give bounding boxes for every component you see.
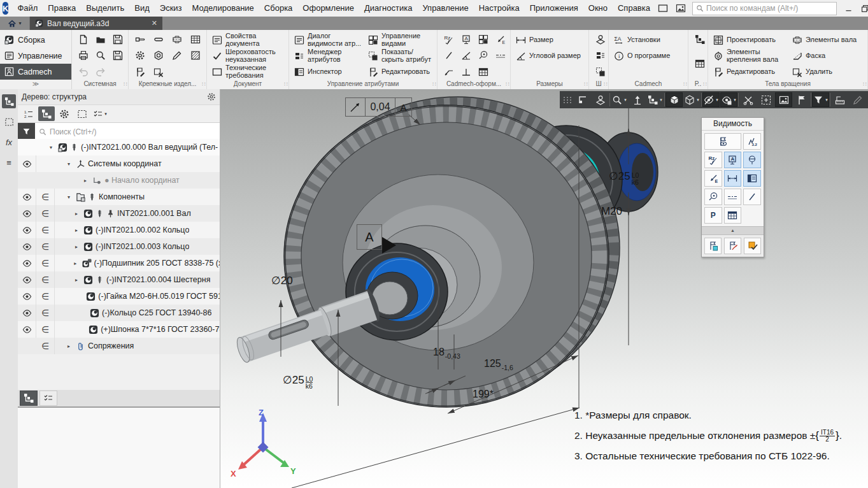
tree-item[interactable]: ∈ ▸ ● Начало координат — [18, 172, 220, 189]
ribbon-tab-cadmech[interactable]: Cadmech — [0, 64, 71, 80]
tree-item[interactable]: ∈ (-)Гайка М20-6Н.05.019 ГОСТ 5916-7 — [18, 288, 220, 305]
menu-item[interactable]: Выделить — [81, 0, 129, 17]
viewport-3d[interactable]: ▾ ▾ ▾ ▾ ▾ — [220, 89, 868, 488]
tree-item[interactable]: ∈ ▸ (-)INT2021.00.004 Шестерня — [18, 271, 220, 288]
fastener-delete-icon[interactable] — [151, 64, 166, 79]
base-line-icon[interactable] — [493, 48, 508, 63]
menu-item[interactable]: Правка — [43, 0, 81, 17]
tree-relations-icon[interactable] — [56, 106, 73, 121]
about-button[interactable]: О программе — [613, 48, 685, 64]
tree-display-filter-icon[interactable]: ▾ — [92, 106, 108, 121]
strip-params-icon[interactable] — [2, 115, 16, 129]
fastener-panel-icon[interactable] — [188, 32, 203, 47]
new-document-icon[interactable] — [76, 32, 91, 47]
edge-arrow-icon[interactable] — [493, 32, 508, 47]
open-document-icon[interactable] — [93, 32, 108, 47]
tree-item[interactable]: ∈ ▾ Компоненты — [18, 189, 220, 205]
visibility-eye-icon[interactable] — [18, 321, 36, 338]
print-icon[interactable] — [76, 48, 91, 63]
rz-visibility-icon[interactable] — [704, 152, 722, 168]
fastener-pin-icon[interactable] — [169, 32, 185, 47]
zoom-icon[interactable]: ▾ — [611, 92, 628, 107]
visibility-eye-icon[interactable] — [18, 222, 36, 238]
menu-item[interactable]: Моделирование — [187, 0, 259, 17]
measure-icon[interactable] — [831, 92, 848, 107]
strip-tree-icon[interactable] — [2, 94, 16, 108]
delete-body-button[interactable]: Удалить — [791, 64, 867, 80]
command-search-input[interactable]: Поиск по командам (Alt+/) — [692, 2, 837, 15]
shaft-mount-elements-button[interactable]: Элементы крепления вала — [712, 48, 788, 64]
roughness-flag-icon[interactable] — [704, 133, 741, 150]
ribbon-tab-assembly[interactable]: Сборка — [0, 32, 71, 48]
pencil-icon[interactable] — [849, 92, 866, 107]
print-preview-icon[interactable] — [93, 48, 108, 63]
visibility-eye-icon[interactable] — [18, 288, 36, 305]
perpendicular-icon[interactable] — [459, 64, 474, 79]
undo-icon[interactable] — [76, 64, 91, 79]
visibility-eye-icon[interactable] — [18, 305, 36, 321]
tree-item[interactable]: ∈ ▸ INT2021.00.001 Вал — [18, 205, 220, 222]
appearance-icon[interactable] — [793, 92, 810, 107]
p-structure-icon[interactable] — [692, 32, 708, 47]
visibility-eye-icon[interactable] — [18, 155, 36, 172]
display-solid-icon[interactable] — [665, 92, 683, 107]
attr-manager-button[interactable]: Менеджер атрибутов — [293, 48, 364, 64]
document-properties-button[interactable]: Свойства документа — [211, 32, 286, 48]
sh-insert-icon[interactable] — [593, 48, 608, 63]
centerline-visibility-icon[interactable] — [724, 189, 742, 205]
view-arrows-icon[interactable] — [476, 32, 491, 47]
datum-visibility-icon[interactable] — [743, 152, 761, 168]
display-wireframe-icon[interactable]: ▾ — [683, 92, 701, 107]
save-as-icon[interactable] — [110, 48, 125, 63]
tree-item[interactable]: ∈ ▾ (-)INT2021.00.000 Вал ведущий (Тел- — [18, 139, 220, 155]
tree-sequence-icon[interactable] — [20, 106, 37, 121]
menu-item[interactable]: Настройка — [474, 0, 525, 17]
tree-item[interactable]: ∈ (+)Шпонка 7*7*16 ГОСТ 23360-78 — [18, 321, 220, 338]
fastener-gear-icon[interactable] — [132, 48, 148, 63]
slash-visibility-icon[interactable] — [743, 189, 761, 205]
menu-item[interactable]: Приложения — [525, 0, 583, 17]
shaft-elements-button[interactable]: Элементы вала — [791, 32, 867, 48]
viewport-tool[interactable] — [609, 93, 610, 106]
attr-visibility-dialog-button[interactable]: Диалог видимости атр... — [293, 32, 364, 48]
grip-handle[interactable] — [562, 92, 573, 107]
viewport-tool[interactable] — [701, 93, 702, 106]
dimension-button[interactable]: Размер — [515, 32, 586, 48]
visibility-eye-icon[interactable] — [18, 255, 36, 271]
dimension-visibility-icon[interactable] — [724, 170, 742, 187]
filter-icon[interactable]: ▾ — [812, 92, 829, 107]
show-hide-attr-button[interactable]: Показать/ скрыть атрибут — [367, 48, 438, 64]
image-quality-icon[interactable] — [775, 92, 792, 107]
clip-box-icon[interactable] — [757, 92, 774, 107]
fastener-hatch-icon[interactable] — [188, 48, 203, 63]
viewport-tool[interactable] — [664, 93, 665, 106]
panel-tab-tree[interactable] — [20, 391, 38, 406]
menu-item[interactable]: Диагностика — [359, 0, 417, 17]
visibility-eye-icon[interactable] — [18, 189, 36, 205]
placement-icon[interactable] — [592, 92, 609, 107]
fastener-nut-icon[interactable] — [151, 48, 166, 63]
ribbon-collapse-button[interactable]: ≫ — [0, 80, 71, 89]
expand-arrow-icon[interactable]: ▸ — [75, 227, 83, 233]
viewport-tool[interactable] — [830, 93, 830, 106]
redo-icon[interactable] — [93, 64, 108, 79]
menu-item[interactable]: Оформление — [297, 0, 359, 17]
hide-objects-icon[interactable]: ▾ — [702, 92, 720, 107]
roughness-value-icon[interactable] — [743, 133, 761, 150]
menu-item[interactable]: Файл — [12, 0, 43, 17]
menu-item[interactable]: Управление — [417, 0, 473, 17]
menu-item[interactable]: Справка — [613, 0, 655, 17]
orientation-icon[interactable]: ▾ — [646, 92, 664, 107]
note-frame-visibility-icon[interactable] — [743, 170, 761, 187]
viewport-tool[interactable] — [738, 93, 739, 106]
section-icon[interactable] — [739, 92, 757, 107]
orient-up-icon[interactable] — [629, 92, 646, 107]
minimize-button[interactable] — [841, 2, 857, 15]
tree-filter-icon[interactable] — [18, 123, 35, 140]
fastener-tool-icon[interactable] — [169, 48, 185, 63]
document-tab[interactable]: Вал ведущий.a3d ✕ — [30, 17, 162, 30]
menu-item[interactable]: Окно — [583, 0, 613, 17]
unspecified-roughness-button[interactable]: Шероховатость неуказанная — [211, 48, 286, 64]
expand-arrow-icon[interactable]: ▸ — [74, 261, 82, 266]
leader-icon[interactable] — [441, 64, 457, 79]
